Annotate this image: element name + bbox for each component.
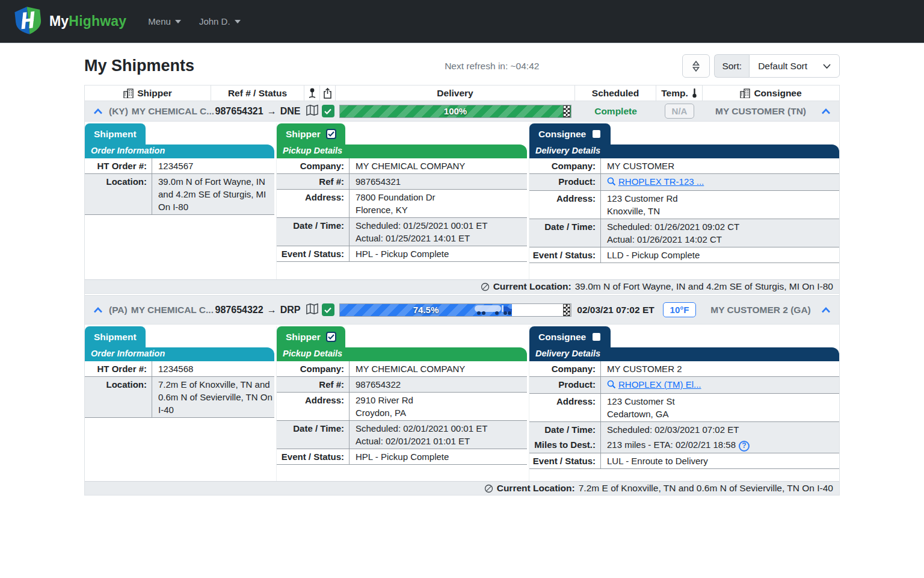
check-icon (328, 131, 334, 137)
shipper-checkbox[interactable] (326, 332, 336, 342)
col-header-pin[interactable] (304, 85, 320, 101)
delivery-datetime: Scheduled: 01/26/2021 09:02 CTActual: 01… (600, 219, 839, 247)
consignee-checkbox[interactable] (591, 129, 602, 139)
collapse-button[interactable] (819, 107, 833, 116)
location-value: 39.0m N of Fort Wayne, IN and 4.2m SE of… (152, 174, 274, 214)
field-label: Company: (277, 158, 349, 173)
col-header-temp[interactable]: Temp. (656, 85, 703, 101)
ref-status: 987654322→DRP (211, 305, 304, 315)
delivery-event-status: LLD - Pickup Complete (600, 247, 839, 263)
pickup-address: 2910 River RdCroydon, PA (349, 393, 527, 420)
chevron-up-icon (93, 307, 103, 313)
tab-shipper[interactable]: Shipper (277, 326, 345, 347)
pickup-event-status: HPL - Pickup Complete (349, 246, 527, 261)
finish-flag-icon (564, 106, 570, 117)
field-label: Ref #: (277, 174, 349, 189)
shipper-checkbox[interactable] (326, 129, 336, 139)
delivery-address: 123 Customer RdKnoxville, TN (600, 191, 839, 219)
product-link[interactable]: RHOPLEX TR-123 ... (607, 175, 704, 188)
product-link[interactable]: RHOPLEX (TM) El... (607, 378, 701, 391)
check-icon (324, 108, 331, 114)
delivery-datetime: Scheduled: 02/03/2021 07:02 ET (600, 422, 839, 437)
user-dropdown[interactable]: John D. (199, 16, 241, 26)
collapse-button[interactable] (819, 306, 833, 314)
check-icon (324, 307, 331, 313)
delivery-progress-bar: 100% (339, 105, 571, 118)
field-label: Event / Status: (277, 449, 349, 464)
shipment-summary-row: (KY) MY CHEMICAL C... 987654321→DNE 100%… (85, 101, 839, 122)
pickup-details-header: Pickup Details (277, 144, 527, 158)
col-header-shipper[interactable]: Shipper (85, 85, 211, 101)
ht-order-value: 1234567 (152, 158, 274, 173)
delivery-details-header: Delivery Details (529, 347, 839, 361)
select-shipment-checkbox[interactable] (322, 105, 334, 117)
field-label: Date / Time: (529, 422, 600, 437)
consignee-checkbox[interactable] (591, 332, 602, 342)
collapse-button[interactable] (91, 306, 105, 314)
field-label: Product: (529, 377, 600, 393)
tab-shipper[interactable]: Shipper (277, 123, 345, 144)
ref-status: 987654321→DNE (211, 106, 304, 117)
pickup-ref: 987654321 (349, 174, 527, 189)
temperature-badge[interactable]: N/A (665, 104, 695, 119)
arrow-icon: → (267, 305, 277, 315)
field-label: Company: (529, 361, 600, 376)
sort-select[interactable]: Default Sort (749, 54, 840, 78)
pickup-datetime: Scheduled: 01/25/2021 00:01 ETActual: 01… (349, 218, 527, 246)
current-location-value: 39.0m N of Fort Wayne, IN and 4.2m SE of… (575, 281, 833, 292)
thermometer-icon (692, 88, 697, 98)
col-header-delivery[interactable]: Delivery (336, 85, 575, 101)
field-label: HT Order #: (85, 158, 152, 173)
order-information-header: Order Information (85, 347, 274, 361)
sort-label: Sort: (714, 54, 749, 78)
col-header-consignee[interactable]: Consignee (703, 85, 839, 101)
search-icon (607, 380, 616, 389)
chevron-down-icon (235, 20, 241, 23)
field-label: Product: (529, 174, 600, 190)
chevron-down-icon (175, 20, 181, 23)
delivery-company: MY CUSTOMER 2 (600, 361, 839, 376)
finish-flag-icon (564, 305, 570, 315)
current-location-value: 7.2m E of Knoxville, TN and 0.6m N of Se… (579, 483, 833, 494)
menu-dropdown[interactable]: Menu (148, 16, 181, 26)
chevron-down-icon (823, 64, 831, 69)
truck-icon (474, 303, 514, 316)
col-header-scheduled[interactable]: Scheduled (575, 85, 656, 101)
select-shipment-checkbox[interactable] (322, 303, 334, 316)
page-title: My Shipments (84, 57, 194, 75)
sort-direction-button[interactable] (682, 54, 710, 78)
building-icon (740, 89, 750, 98)
field-label: Miles to Dest.: (529, 437, 600, 453)
tab-shipment[interactable]: Shipment (85, 123, 146, 144)
tab-consignee[interactable]: Consignee (529, 123, 611, 144)
check-icon (328, 334, 334, 340)
map-button[interactable] (306, 303, 319, 317)
field-label: HT Order #: (85, 361, 152, 376)
field-label: Event / Status: (529, 453, 600, 468)
tab-shipment[interactable]: Shipment (85, 326, 146, 347)
shipments-table: Shipper Ref # / Status Delivery Schedule… (84, 85, 840, 496)
brand-name: MyHighway (49, 13, 126, 30)
field-label: Date / Time: (277, 421, 349, 449)
col-header-share[interactable] (320, 85, 336, 101)
temperature-badge[interactable]: 10°F (663, 302, 697, 317)
pickup-company: MY CHEMICAL COMPANY (349, 361, 527, 376)
location-value: 7.2m E of Knoxville, TN and 0.6m N of Se… (152, 377, 274, 417)
tab-consignee[interactable]: Consignee (529, 326, 611, 347)
col-header-ref-status[interactable]: Ref # / Status (211, 85, 304, 101)
consignee-name-short: MY CUSTOMER (TN) (703, 106, 819, 117)
eta-help-icon[interactable]: ? (739, 441, 750, 452)
current-location-bar: Current Location: 39.0m N of Fort Wayne,… (85, 279, 839, 294)
shipment-detail-card: Shipment Order Information HT Order #:12… (85, 325, 839, 481)
brand[interactable]: MyHighway (14, 6, 126, 37)
arrow-icon: → (267, 106, 277, 117)
origin-state: (KY) (109, 106, 128, 117)
progress-label: 74.5% (413, 305, 439, 315)
field-label: Location: (85, 174, 152, 214)
map-button[interactable] (306, 104, 319, 119)
collapse-button[interactable] (91, 107, 105, 116)
current-location-bar: Current Location: 7.2m E of Knoxville, T… (85, 481, 839, 496)
delivery-details-header: Delivery Details (529, 144, 839, 158)
delivery-company: MY CUSTOMER (600, 158, 839, 173)
field-label: Company: (529, 158, 600, 173)
